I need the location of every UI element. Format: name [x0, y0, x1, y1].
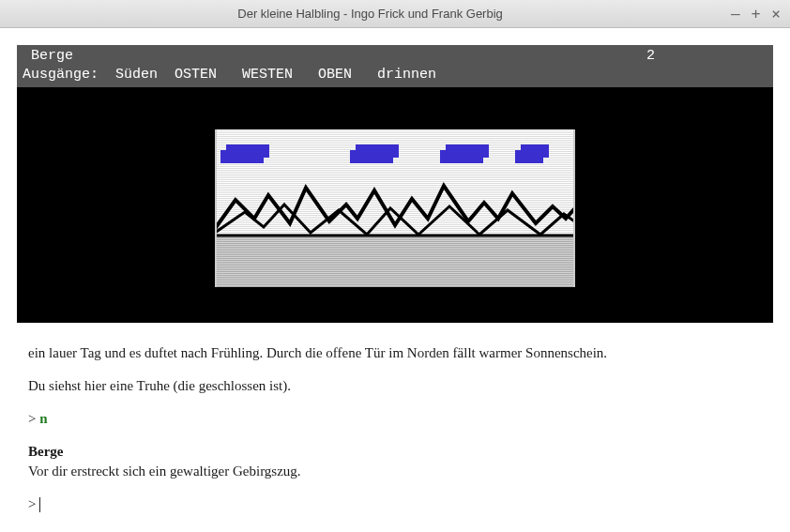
minimize-button[interactable]: – [731, 7, 740, 22]
graphic-viewport: Berge 2 Ausgänge: Süden OSTEN WESTEN OBE… [17, 45, 773, 323]
status-score: 2 [646, 47, 767, 66]
location-description: Vor dir erstreckt sich ein gewaltiger Ge… [28, 464, 301, 479]
text-cursor [39, 497, 40, 512]
window-title: Der kleine Halbling - Ingo Frick und Fra… [9, 7, 731, 21]
story-text: ein lauer Tag und es duftet nach Frühlin… [17, 323, 773, 514]
prior-command: > n [28, 409, 762, 429]
maximize-button[interactable]: + [752, 7, 761, 22]
scene-illustration [215, 129, 575, 287]
story-paragraph: ein lauer Tag und es duftet nach Frühlin… [28, 343, 762, 363]
command-text: n [39, 411, 47, 426]
story-paragraph: Du siehst hier eine Truhe (die geschloss… [28, 376, 762, 396]
prompt-symbol: > [28, 411, 39, 426]
location-block: Berge Vor dir erstreckt sich ein gewalti… [28, 442, 762, 481]
status-location: Berge [23, 47, 73, 66]
location-name: Berge [28, 444, 63, 459]
status-bar: Berge 2 Ausgänge: Süden OSTEN WESTEN OBE… [17, 45, 773, 87]
close-button[interactable]: × [771, 7, 781, 22]
input-prompt[interactable]: > [28, 494, 762, 514]
window-controls: – + × [731, 7, 781, 22]
window-titlebar: Der kleine Halbling - Ingo Frick und Fra… [0, 0, 790, 28]
game-window: Berge 2 Ausgänge: Süden OSTEN WESTEN OBE… [0, 28, 790, 532]
ground [217, 235, 573, 287]
prompt-symbol: > [28, 494, 36, 514]
status-exits: Ausgänge: Süden OSTEN WESTEN OBEN drinne… [23, 66, 767, 84]
mountains-icon [217, 167, 575, 238]
